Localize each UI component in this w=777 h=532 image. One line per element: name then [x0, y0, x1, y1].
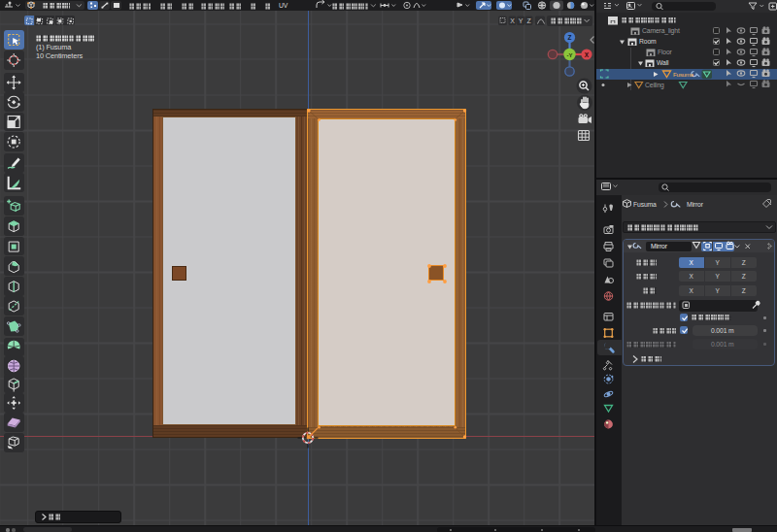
svg-text:Z: Z [568, 34, 572, 41]
svg-text:-Y: -Y [567, 52, 573, 58]
svg-text:X: X [510, 17, 515, 24]
svg-text:Y: Y [519, 17, 524, 24]
svg-text:Z: Z [527, 17, 532, 24]
svg-text:X: X [585, 51, 590, 58]
